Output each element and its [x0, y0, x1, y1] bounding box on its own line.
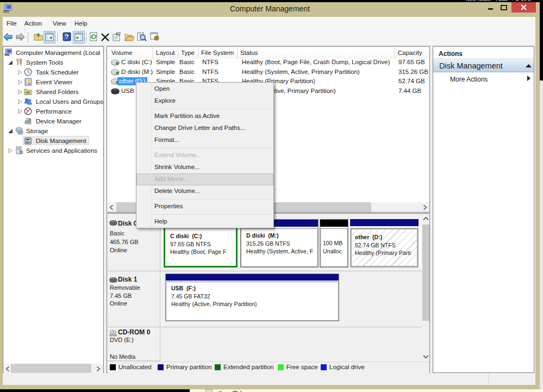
- svg-text:?: ?: [65, 33, 68, 41]
